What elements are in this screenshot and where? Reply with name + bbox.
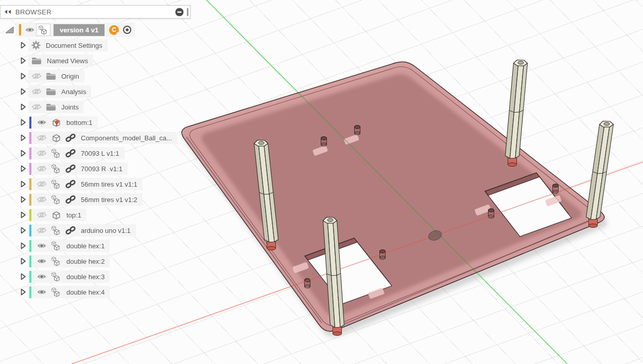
collapse-panel-icon[interactable] bbox=[4, 9, 11, 14]
browser-row[interactable]: double hex:3 bbox=[0, 269, 206, 284]
expand-arrow-icon[interactable] bbox=[20, 196, 26, 203]
browser-row[interactable]: bottom:1 bbox=[0, 115, 206, 130]
browser-row[interactable]: Analysis bbox=[0, 84, 206, 99]
visibility-eye-icon[interactable] bbox=[31, 72, 42, 80]
body-icon bbox=[51, 210, 61, 220]
browser-item-label[interactable]: Components_model_Ball_ca... bbox=[81, 134, 172, 142]
visibility-eye-icon[interactable] bbox=[37, 150, 47, 157]
link-icon bbox=[65, 226, 76, 235]
expand-arrow-icon[interactable] bbox=[20, 211, 26, 219]
visibility-eye-icon[interactable] bbox=[37, 273, 47, 280]
browser-row[interactable]: double hex:2 bbox=[0, 253, 206, 269]
browser-row[interactable]: Joints bbox=[0, 99, 206, 115]
browser-row[interactable]: Components_model_Ball_ca... bbox=[0, 130, 206, 145]
browser-item-label[interactable]: Document Settings bbox=[46, 42, 102, 49]
expand-arrow-icon[interactable] bbox=[20, 57, 26, 64]
component-icon bbox=[51, 271, 61, 282]
folder-icon bbox=[46, 103, 56, 111]
expand-arrow-icon[interactable] bbox=[20, 273, 26, 280]
expand-arrow-icon[interactable] bbox=[20, 180, 26, 188]
component-color-bar bbox=[29, 148, 31, 159]
component-color-bar bbox=[29, 286, 31, 298]
expand-arrow-icon[interactable] bbox=[20, 103, 26, 111]
browser-item-label[interactable]: double hex:3 bbox=[66, 273, 105, 281]
component-color-bar bbox=[29, 132, 31, 144]
browser-row[interactable]: top:1 bbox=[0, 207, 206, 223]
component-icon bbox=[51, 194, 61, 205]
browser-item-label[interactable]: 70093 L v1:1 bbox=[81, 150, 119, 157]
browser-row[interactable]: Named Views bbox=[0, 53, 206, 68]
visibility-eye-icon[interactable] bbox=[37, 165, 47, 172]
visibility-eye-icon[interactable] bbox=[37, 119, 47, 126]
visibility-eye-icon[interactable] bbox=[37, 211, 47, 219]
expand-arrow-icon[interactable] bbox=[20, 119, 26, 126]
component-color-bar bbox=[29, 225, 31, 236]
visibility-eye-icon[interactable] bbox=[37, 134, 47, 141]
browser-row[interactable]: Document Settings bbox=[0, 38, 206, 53]
expand-arrow-icon[interactable] bbox=[20, 150, 26, 157]
browser-item-label[interactable]: Joints bbox=[61, 103, 79, 111]
visibility-eye-icon[interactable] bbox=[37, 196, 47, 203]
browser-root-row[interactable]: version 4 v1 C bbox=[5, 23, 135, 37]
browser-item-label[interactable]: double hex:2 bbox=[66, 258, 105, 265]
folder-icon bbox=[31, 57, 42, 65]
visibility-eye-icon[interactable] bbox=[37, 258, 47, 265]
expand-arrow-icon[interactable] bbox=[20, 72, 26, 80]
visibility-eye-icon[interactable] bbox=[31, 103, 42, 111]
browser-item-label[interactable]: top:1 bbox=[66, 211, 81, 219]
visibility-eye-icon[interactable] bbox=[37, 180, 47, 188]
standoff-3[interactable] bbox=[506, 60, 528, 167]
link-icon bbox=[65, 149, 76, 158]
browser-row[interactable]: double hex:4 bbox=[0, 284, 206, 300]
body-icon bbox=[51, 133, 61, 143]
component-icon bbox=[51, 225, 61, 235]
browser-row[interactable]: arduino uno v1:1 bbox=[0, 223, 206, 238]
expand-arrow-icon[interactable] bbox=[20, 88, 26, 95]
activate-radio-icon[interactable] bbox=[123, 25, 132, 34]
visibility-eye-icon[interactable] bbox=[31, 88, 42, 95]
expand-arrow-icon[interactable] bbox=[20, 165, 26, 172]
browser-item-label[interactable]: Analysis bbox=[61, 88, 86, 96]
component-color-bar bbox=[29, 209, 31, 221]
body-pinned-icon bbox=[51, 117, 61, 128]
browser-item-label[interactable]: arduino uno v1:1 bbox=[81, 227, 131, 234]
browser-row[interactable]: 70093 L v1:1 bbox=[0, 145, 206, 161]
component-color-bar bbox=[29, 178, 31, 190]
browser-item-label[interactable]: Origin bbox=[61, 72, 79, 80]
component-color-bar bbox=[29, 240, 31, 252]
component-color-bar bbox=[29, 163, 31, 175]
expand-arrow-icon[interactable] bbox=[20, 258, 26, 265]
standoff-4[interactable] bbox=[586, 121, 614, 228]
browser-item-label[interactable]: 70093 R v1:1 bbox=[81, 165, 123, 173]
component-icon bbox=[51, 179, 61, 189]
visibility-eye-icon[interactable] bbox=[37, 288, 47, 296]
visibility-eye-icon[interactable] bbox=[37, 242, 47, 249]
browser-item-label[interactable]: double hex:4 bbox=[66, 288, 105, 296]
browser-row[interactable]: double hex:1 bbox=[0, 238, 206, 253]
component-icon bbox=[51, 241, 61, 251]
component-icon bbox=[51, 256, 61, 266]
browser-row[interactable]: 56mm tires v1 v1:1 bbox=[0, 176, 206, 192]
component-icon bbox=[51, 148, 61, 158]
browser-row[interactable]: 56mm tires v1 v1:2 bbox=[0, 192, 206, 207]
expand-arrow-icon[interactable] bbox=[20, 242, 26, 249]
expand-arrow-icon[interactable] bbox=[20, 42, 26, 49]
panel-resize-handle[interactable] bbox=[187, 8, 188, 16]
minimize-circle-icon[interactable] bbox=[175, 8, 184, 16]
browser-item-label[interactable]: double hex:1 bbox=[66, 242, 105, 250]
visibility-eye-icon[interactable] bbox=[37, 227, 47, 234]
browser-row[interactable]: 70093 R v1:1 bbox=[0, 161, 206, 176]
expand-arrow-icon[interactable] bbox=[20, 227, 26, 234]
browser-item-label[interactable]: 56mm tires v1 v1:1 bbox=[81, 180, 137, 188]
browser-item-label[interactable]: 56mm tires v1 v1:2 bbox=[81, 196, 137, 204]
expand-arrow-icon[interactable] bbox=[20, 288, 26, 296]
browser-header[interactable]: BROWSER bbox=[0, 5, 190, 19]
drag-corner-icon bbox=[5, 26, 14, 34]
browser-item-label[interactable]: Named Views bbox=[47, 57, 88, 65]
browser-item-label[interactable]: bottom:1 bbox=[66, 119, 93, 126]
expand-arrow-icon[interactable] bbox=[20, 134, 26, 141]
root-component-label[interactable]: version 4 v1 bbox=[54, 24, 105, 36]
visibility-eye-icon[interactable] bbox=[25, 26, 35, 33]
in-context-badge[interactable]: C bbox=[109, 25, 119, 35]
browser-row[interactable]: Origin bbox=[0, 68, 206, 84]
